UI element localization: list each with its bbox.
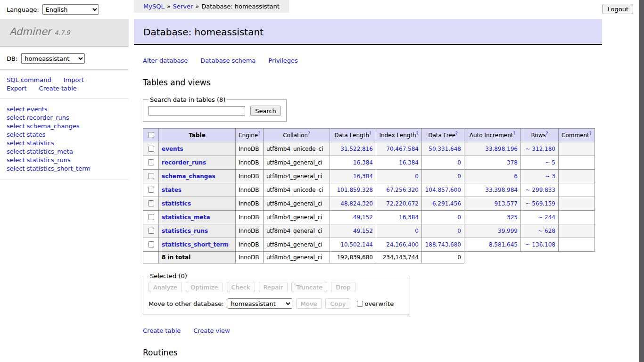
row-checkbox[interactable] bbox=[148, 241, 154, 247]
table-name-link[interactable]: states bbox=[162, 187, 182, 193]
help-link[interactable]: ? bbox=[369, 131, 372, 136]
selected-action-button[interactable]: Drop bbox=[331, 282, 355, 292]
data-length-link[interactable]: 49,152 bbox=[353, 214, 373, 221]
sidebar-select-table-link[interactable]: select events bbox=[7, 105, 129, 114]
help-link[interactable]: ? bbox=[258, 131, 260, 136]
data-length-link[interactable]: 48,824,320 bbox=[340, 200, 373, 207]
privileges-link[interactable]: Privileges bbox=[268, 57, 298, 64]
data-free-link[interactable]: 0 bbox=[457, 173, 461, 180]
table-name-link[interactable]: recorder_runs bbox=[162, 159, 206, 166]
create-table-link[interactable]: Create table bbox=[39, 85, 77, 92]
rows-count-link[interactable]: ~ 312,180 bbox=[526, 146, 556, 152]
index-length-link[interactable]: 0 bbox=[415, 173, 419, 180]
alter-database-link[interactable]: Alter database bbox=[143, 57, 188, 64]
help-link[interactable]: ? bbox=[513, 131, 516, 136]
data-free-link[interactable]: 0 bbox=[457, 214, 461, 221]
create-table-link-main[interactable]: Create table bbox=[143, 327, 181, 334]
row-checkbox[interactable] bbox=[148, 214, 154, 220]
data-length-link[interactable]: 49,152 bbox=[353, 228, 373, 234]
row-checkbox[interactable] bbox=[148, 146, 154, 152]
row-checkbox[interactable] bbox=[148, 159, 154, 165]
row-checkbox[interactable] bbox=[148, 173, 154, 179]
move-button[interactable]: Move bbox=[296, 298, 322, 309]
rows-count-link[interactable]: ~ 628 bbox=[538, 228, 555, 234]
page-scrollbar[interactable] bbox=[639, 0, 644, 362]
logout-button[interactable]: Logout bbox=[603, 4, 633, 14]
sidebar-select-table-link[interactable]: select statistics_runs bbox=[7, 156, 129, 165]
data-length-link[interactable]: 16,384 bbox=[353, 173, 373, 180]
sidebar-select-table-link[interactable]: select schema_changes bbox=[7, 122, 129, 131]
auto-increment-link[interactable]: 8,581,645 bbox=[489, 241, 518, 248]
help-link[interactable]: ? bbox=[455, 131, 458, 136]
index-length-link[interactable]: 0 bbox=[415, 228, 419, 234]
row-checkbox[interactable] bbox=[148, 200, 154, 206]
selected-action-button[interactable]: Repair bbox=[259, 282, 288, 292]
auto-increment-link[interactable]: 33,398,984 bbox=[485, 187, 518, 193]
data-free-link[interactable]: 104,857,600 bbox=[425, 187, 461, 193]
data-free-link[interactable]: 50,331,648 bbox=[429, 146, 461, 152]
rows-count-link[interactable]: ~ 569,159 bbox=[526, 200, 556, 207]
create-view-link[interactable]: Create view bbox=[193, 327, 230, 334]
rows-count-link[interactable]: ~ 136,108 bbox=[526, 241, 556, 248]
sidebar-select-table-link[interactable]: select recorder_runs bbox=[7, 114, 129, 122]
selected-action-button[interactable]: Truncate bbox=[291, 282, 327, 292]
rows-count-link[interactable]: ~ 299,833 bbox=[526, 187, 556, 193]
breadcrumb-server-link[interactable]: Server bbox=[173, 3, 193, 10]
copy-button[interactable]: Copy bbox=[325, 298, 350, 309]
table-name-link[interactable]: statistics_runs bbox=[162, 228, 208, 234]
sidebar-select-table-link[interactable]: select states bbox=[7, 131, 129, 139]
index-length-link[interactable]: 16,384 bbox=[399, 214, 419, 221]
table-name-link[interactable]: statistics bbox=[162, 200, 191, 207]
help-link[interactable]: ? bbox=[416, 131, 419, 136]
auto-increment-link[interactable]: 378 bbox=[507, 159, 518, 166]
breadcrumb-mysql-link[interactable]: MySQL bbox=[143, 3, 165, 10]
index-length-link[interactable]: 70,467,584 bbox=[386, 146, 419, 152]
move-db-select[interactable]: homeassistant bbox=[228, 298, 292, 309]
selected-action-button[interactable]: Optimize bbox=[186, 282, 223, 292]
sidebar-select-table-link[interactable]: select statistics_meta bbox=[7, 148, 129, 156]
search-button[interactable]: Search bbox=[250, 106, 281, 116]
selected-action-button[interactable]: Analyze bbox=[149, 282, 182, 292]
select-all-checkbox[interactable] bbox=[148, 132, 154, 138]
data-length-link[interactable]: 101,859,328 bbox=[337, 187, 373, 193]
rows-count-link[interactable]: ~ 5 bbox=[545, 159, 555, 166]
table-name-link[interactable]: events bbox=[162, 146, 183, 152]
rows-count-link[interactable]: ~ 3 bbox=[545, 173, 555, 180]
index-length-link[interactable]: 67,256,320 bbox=[386, 187, 419, 193]
help-link[interactable]: ? bbox=[308, 131, 310, 136]
index-length-link[interactable]: 72,220,672 bbox=[386, 200, 419, 207]
data-length-link[interactable]: 31,522,816 bbox=[340, 146, 373, 152]
data-free-link[interactable]: 188,743,680 bbox=[425, 241, 461, 248]
data-length-link[interactable]: 10,502,144 bbox=[340, 241, 373, 248]
index-length-link[interactable]: 24,166,400 bbox=[386, 241, 419, 248]
import-link[interactable]: Import bbox=[64, 76, 84, 83]
auto-increment-link[interactable]: 33,898,196 bbox=[485, 146, 518, 152]
table-name-link[interactable]: statistics_short_term bbox=[162, 241, 229, 248]
db-select[interactable]: homeassistant bbox=[21, 53, 85, 64]
help-link[interactable]: ? bbox=[589, 131, 592, 136]
row-checkbox[interactable] bbox=[148, 228, 154, 234]
export-link[interactable]: Export bbox=[7, 85, 27, 92]
help-link[interactable]: ? bbox=[546, 131, 548, 136]
table-name-link[interactable]: statistics_meta bbox=[162, 214, 210, 221]
language-select[interactable]: English bbox=[42, 4, 99, 15]
table-name-link[interactable]: schema_changes bbox=[162, 173, 215, 180]
auto-increment-link[interactable]: 6 bbox=[514, 173, 518, 180]
auto-increment-link[interactable]: 325 bbox=[507, 214, 518, 221]
data-length-link[interactable]: 16,384 bbox=[353, 159, 373, 166]
sidebar-select-table-link[interactable]: select statistics_short_term bbox=[7, 165, 129, 173]
auto-increment-link[interactable]: 39,999 bbox=[498, 228, 518, 234]
sql-command-link[interactable]: SQL command bbox=[7, 76, 51, 83]
search-input[interactable] bbox=[149, 106, 245, 115]
data-free-link[interactable]: 6,291,456 bbox=[432, 200, 461, 207]
rows-count-link[interactable]: ~ 244 bbox=[538, 214, 555, 221]
data-free-link[interactable]: 0 bbox=[457, 228, 461, 234]
row-checkbox[interactable] bbox=[148, 187, 154, 193]
database-schema-link[interactable]: Database schema bbox=[200, 57, 256, 64]
index-length-link[interactable]: 16,384 bbox=[399, 159, 419, 166]
sidebar-select-table-link[interactable]: select statistics bbox=[7, 139, 129, 148]
overwrite-checkbox[interactable] bbox=[357, 301, 363, 307]
data-free-link[interactable]: 0 bbox=[457, 159, 461, 166]
auto-increment-link[interactable]: 913,577 bbox=[494, 200, 518, 207]
selected-action-button[interactable]: Check bbox=[227, 282, 255, 292]
